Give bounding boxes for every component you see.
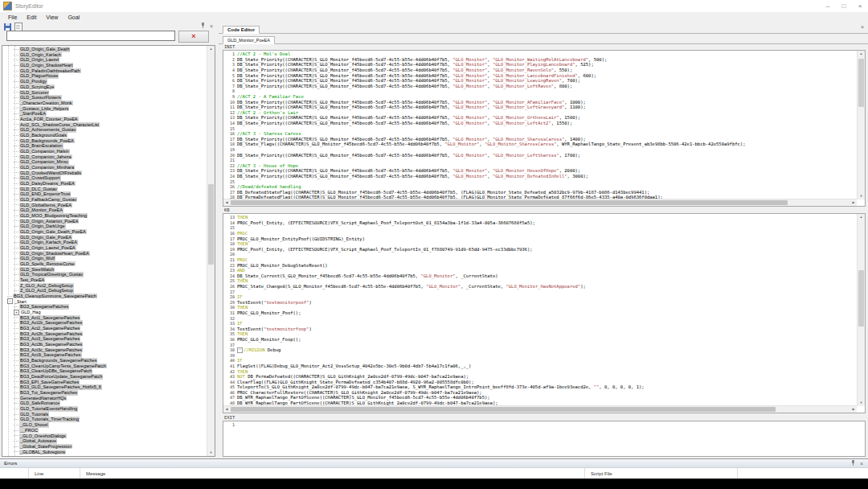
- panel-close-icon[interactable]: ×: [860, 461, 863, 466]
- code-line[interactable]: 26//Dead/defeated handling: [223, 184, 857, 190]
- close-button[interactable]: ×: [852, 0, 868, 12]
- exit-code-area[interactable]: 1: [223, 421, 866, 457]
- code-line[interactable]: 27DB_DefeatedStateFlag((CHARACTER)S_GLO_…: [223, 189, 857, 195]
- tree-item[interactable]: BG3_DeadForceUpdate_SavegamePatch: [2, 374, 207, 380]
- vertical-scrollbar[interactable]: ▲ ▼: [857, 51, 865, 199]
- code-line[interactable]: 2DB_State_Priority((CHARACTER)S_GLO_Moni…: [223, 57, 857, 63]
- code-line[interactable]: 23AND: [223, 268, 857, 273]
- tree-item[interactable]: _Gustavo_Little_Helpers: [2, 105, 207, 111]
- tree-item[interactable]: GLD_BackgroundGoals: [2, 133, 207, 138]
- code-line[interactable]: 38−//REGION Debug: [223, 347, 857, 353]
- tree-item[interactable]: BG3_GLD_SavegamePatches_Hotfix5_6: [2, 384, 207, 390]
- menu-item-goal[interactable]: Goal: [63, 14, 84, 20]
- tree-item[interactable]: BG3_SavegamePatches: [2, 304, 207, 310]
- code-line[interactable]: 13THEN: [223, 215, 857, 220]
- code-line[interactable]: 16//ACT 3 - Sharess Caress: [223, 131, 857, 137]
- code-line[interactable]: 36PROC_GLO_Monitor_Foop();: [223, 337, 857, 343]
- tree-item[interactable]: BG3_EPI_SaveGamePatches: [2, 380, 207, 385]
- horizontal-scrollbar[interactable]: ◀ ▶: [223, 405, 857, 413]
- tree-item[interactable]: GLD_SussurFlowers: [2, 95, 207, 101]
- scroll-up-arrow[interactable]: ▲: [858, 214, 865, 220]
- code-line[interactable]: 45TeleportTo(S_GLO_GithKnight_2a0ce2df-0…: [223, 384, 857, 390]
- fold-collapse-icon[interactable]: −: [237, 347, 243, 353]
- scroll-left-arrow[interactable]: ◀: [223, 406, 230, 413]
- code-line[interactable]: 29TextEvent("testmonitorpoof"): [223, 300, 857, 306]
- scrollbar-thumb[interactable]: [208, 184, 214, 265]
- tree-item[interactable]: BG3_Act3_SavegamePatches: [2, 336, 207, 342]
- code-line[interactable]: 23DB_State_Priority((CHARACTER)S_GLO_Mon…: [223, 168, 857, 174]
- code-line[interactable]: 10DB_State_Priority((CHARACTER)S_GLO_Mon…: [223, 99, 857, 105]
- menu-item-edit[interactable]: Edit: [22, 14, 41, 20]
- code-line[interactable]: 7DB_State_Priority((CHARACTER)S_GLO_Moni…: [223, 84, 857, 89]
- errors-column-script-file[interactable]: Script File: [585, 468, 738, 479]
- pin-icon[interactable]: [201, 23, 206, 29]
- code-line[interactable]: 35THEN: [223, 331, 857, 337]
- tree-item[interactable]: GLD_FallbackCamp_Gustav: [2, 197, 207, 203]
- code-line[interactable]: 40IF: [223, 358, 857, 364]
- code-line[interactable]: 27: [223, 289, 857, 294]
- code-line[interactable]: 14PROC_Poof(_Entity, (EFFECTRESOURCE)VFX…: [223, 220, 857, 226]
- scroll-right-arrow[interactable]: ▶: [850, 406, 857, 413]
- code-line[interactable]: 22PROC_GLO_Monitor_DebugStateReset(): [223, 262, 857, 268]
- code-line[interactable]: 41FlagSet((FLAG)Debug_GLO_Monitor_Act2_V…: [223, 364, 857, 369]
- errors-column-line[interactable]: Line: [29, 468, 80, 479]
- tree-item[interactable]: GLD_ScryingEye: [2, 84, 207, 90]
- tree-item[interactable]: BG3_Act2_SavegamePatches: [2, 326, 207, 331]
- tree-item[interactable]: GLD_Origin_Astarion_PoeEA: [2, 219, 207, 224]
- code-line[interactable]: 5DB_State_Priority((CHARACTER)S_GLO_Moni…: [223, 72, 857, 78]
- panel-close-icon[interactable]: ×: [210, 23, 213, 29]
- code-line[interactable]: 1//ACT 2 - Mol's Deal: [223, 51, 857, 57]
- code-line[interactable]: 18THEN: [223, 241, 857, 247]
- tree-item[interactable]: GLD_Backgrounds_PoeEA: [2, 138, 207, 143]
- tree-item[interactable]: BG3_Act2b_SavegamePatches: [2, 331, 207, 337]
- code-line[interactable]: 12//ACT 2 - Orthon's Lair: [223, 110, 857, 116]
- tree-item[interactable]: GLD_SafeRomance: [2, 401, 207, 406]
- tree-item[interactable]: GLD_PlagueHouse: [2, 73, 207, 79]
- tree-item[interactable]: GLD_SteelWatch: [2, 267, 207, 273]
- tree-item[interactable]: _GLOBAL_Subregions: [2, 449, 207, 454]
- tree-item[interactable]: _Global_Autosave: [2, 438, 207, 444]
- vertical-scrollbar[interactable]: ▲ ▼: [857, 214, 865, 406]
- code-line[interactable]: 24DB_State_Priority((CHARACTER)S_GLO_Mon…: [223, 174, 857, 179]
- code-line[interactable]: 9//ACT 2 - A Familiar Face: [223, 94, 857, 100]
- code-line[interactable]: 17PROC_GLO_Monitor_EntityPoof((GUIDSTRIN…: [223, 236, 857, 241]
- tree-item[interactable]: GeneratedNarratorHQs: [2, 396, 207, 401]
- tree-item[interactable]: GLD_Companion_Minsc: [2, 159, 207, 165]
- scrollbar-thumb[interactable]: [231, 407, 776, 412]
- search-input[interactable]: [6, 31, 175, 41]
- tree-item[interactable]: GLD_Origin_Karlach: [2, 52, 207, 58]
- tree-item[interactable]: GLD_Origin_Wulf: [2, 256, 207, 261]
- kb-code-area[interactable]: 13THEN14PROC_Poof(_Entity, (EFFECTRESOUR…: [223, 213, 866, 413]
- code-line[interactable]: 25: [223, 179, 857, 184]
- code-line[interactable]: 15: [223, 225, 857, 231]
- tree-item[interactable]: Z_GLO_Act3_DebugSetup: [2, 288, 207, 294]
- scroll-down-arrow[interactable]: ▼: [858, 193, 865, 199]
- code-line[interactable]: 28IF: [223, 294, 857, 300]
- tree-item[interactable]: GLD_CrookedWandOfFireballs: [2, 170, 207, 175]
- tree-item[interactable]: BG3_CleanUpDBs_SavegamePatch: [2, 368, 207, 374]
- tree-item[interactable]: Test_PoeEA: [2, 277, 207, 283]
- tree-item[interactable]: GLD_DaisyDreams_PoeEA: [2, 181, 207, 187]
- code-line[interactable]: 18DB_State_Flags((CHARACTER)S_GLO_Monito…: [223, 142, 857, 147]
- tree-item[interactable]: GLD_Sorcerer: [2, 89, 207, 95]
- scroll-left-arrow[interactable]: ◀: [223, 199, 230, 206]
- scroll-up-arrow[interactable]: ▲: [858, 51, 865, 57]
- scrollbar-thumb[interactable]: [858, 270, 864, 327]
- scroll-right-arrow[interactable]: ▶: [850, 199, 857, 206]
- code-line[interactable]: 46PROC_CharacterFullRestore((CHARACTER)S…: [223, 390, 857, 396]
- code-line[interactable]: 44ClearFlag((FLAG)GLO_GithKnight_State_P…: [223, 379, 857, 384]
- code-line[interactable]: 11DB_State_Priority((CHARACTER)S_GLO_Mon…: [223, 105, 857, 110]
- code-line[interactable]: 30THEN: [223, 305, 857, 310]
- code-line[interactable]: 20DB_State_Priority((CHARACTER)S_GLO_Mon…: [223, 152, 857, 158]
- tree-item[interactable]: GLD_Origin_Gale_PoeEA: [2, 235, 207, 240]
- code-line[interactable]: 3DB_State_Priority((CHARACTER)S_GLO_Moni…: [223, 62, 857, 68]
- tree-item[interactable]: GLD_Achievements_Gustav: [2, 127, 207, 133]
- tree-item[interactable]: Z_GLO_Act2_DebugSetup: [2, 283, 207, 289]
- tree-item[interactable]: _CharacterCreation_Monk: [2, 101, 207, 106]
- tree-item[interactable]: GLD_MOO_BludgeoningTeaching: [2, 213, 207, 219]
- tree-item[interactable]: __PROC: [2, 428, 207, 434]
- code-line[interactable]: 24DB_State_Current(S_GLO_Monitor_f45becd…: [223, 273, 857, 279]
- tree-item[interactable]: GLD_TutorialEventsHandling: [2, 406, 207, 412]
- code-line[interactable]: 37: [223, 342, 857, 347]
- tree-item[interactable]: GLD_Tutorials: [2, 412, 207, 417]
